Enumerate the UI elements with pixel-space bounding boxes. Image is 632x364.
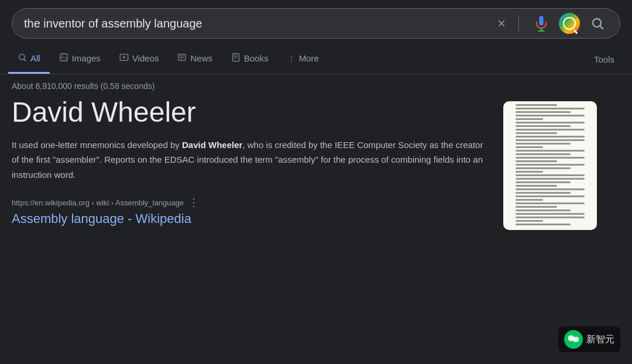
doc-line — [516, 206, 557, 208]
doc-line — [516, 111, 571, 113]
search-divider — [518, 15, 519, 32]
lens-button[interactable] — [559, 13, 580, 34]
featured-description: It used one-letter mnemonics developed b… — [12, 138, 492, 183]
svg-point-9 — [573, 337, 579, 342]
doc-line — [516, 164, 585, 166]
doc-line — [516, 160, 557, 162]
doc-line — [516, 104, 557, 106]
doc-line — [516, 150, 585, 152]
doc-line — [516, 199, 543, 201]
doc-line — [516, 122, 585, 123]
wechat-label: 新智元 — [586, 334, 614, 346]
wechat-logo — [564, 330, 583, 349]
mic-button[interactable] — [531, 13, 552, 34]
doc-line — [516, 118, 543, 120]
search-bar-wrapper — [0, 0, 632, 39]
main-content: David Wheeler It used one-letter mnemoni… — [0, 95, 632, 230]
doc-line — [516, 213, 585, 215]
more-tab-icon: ⋮ — [287, 54, 296, 63]
tab-videos-label: Videos — [132, 53, 159, 63]
thumbnail-panel — [503, 101, 597, 230]
search-bar — [12, 8, 620, 39]
doc-line — [516, 115, 585, 116]
svg-point-3 — [61, 56, 63, 57]
lens-icon-inner — [563, 17, 576, 30]
svg-rect-7 — [233, 53, 239, 61]
doc-line — [516, 108, 585, 109]
tab-all-label: All — [30, 53, 40, 63]
result-url-row: https://en.wikipedia.org › wiki › Assemb… — [12, 196, 492, 209]
wechat-watermark: 新智元 — [558, 327, 620, 352]
doc-line — [516, 188, 585, 190]
doc-preview — [512, 101, 588, 230]
doc-line — [516, 220, 543, 222]
tab-more-label: More — [299, 53, 319, 63]
tab-news-label: News — [190, 53, 212, 63]
images-tab-icon — [59, 53, 68, 64]
tab-videos[interactable]: Videos — [110, 44, 169, 74]
clear-button[interactable] — [496, 18, 507, 29]
tab-more[interactable]: ⋮ More — [278, 45, 328, 73]
search-submit-button[interactable] — [587, 13, 608, 34]
tab-all[interactable]: All — [8, 44, 50, 74]
doc-line — [516, 125, 571, 127]
featured-name: David Wheeler — [12, 95, 492, 129]
left-content: David Wheeler It used one-letter mnemoni… — [12, 95, 492, 230]
news-tab-icon — [177, 53, 187, 64]
doc-line — [516, 185, 557, 187]
result-title-link[interactable]: Assembly language - Wikipedia — [12, 211, 191, 226]
result-url-text: https://en.wikipedia.org › wiki › Assemb… — [12, 198, 184, 207]
search-tab-icon — [18, 53, 27, 64]
nav-tabs: All Images Videos News — [0, 44, 632, 74]
tab-images-label: Images — [72, 53, 101, 63]
doc-line — [516, 195, 585, 197]
search-input[interactable] — [24, 17, 489, 30]
doc-line — [516, 139, 585, 141]
doc-line — [516, 132, 557, 134]
featured-name-bold: David Wheeler — [182, 140, 242, 150]
tab-images[interactable]: Images — [50, 44, 110, 74]
tab-news[interactable]: News — [168, 44, 222, 74]
svg-rect-2 — [60, 54, 67, 61]
tab-books-label: Books — [244, 53, 269, 63]
svg-marker-5 — [123, 56, 126, 59]
result-options-button[interactable]: ⋮ — [188, 196, 199, 209]
doc-line — [516, 181, 571, 183]
doc-line — [516, 153, 571, 155]
doc-line — [516, 217, 585, 218]
doc-line — [516, 224, 571, 225]
tab-books[interactable]: Books — [222, 44, 278, 74]
doc-line — [516, 178, 585, 180]
lens-icon — [559, 13, 580, 34]
doc-line — [516, 143, 571, 145]
doc-line — [516, 167, 571, 169]
doc-line — [516, 171, 543, 173]
doc-line — [516, 157, 585, 159]
tools-button[interactable]: Tools — [585, 46, 624, 73]
doc-line — [516, 146, 543, 148]
thumbnail-image — [503, 101, 597, 230]
doc-line — [516, 192, 571, 194]
doc-line — [516, 210, 571, 211]
doc-line — [516, 129, 585, 131]
doc-line — [516, 136, 585, 138]
doc-line — [516, 174, 585, 176]
videos-tab-icon — [119, 53, 129, 64]
results-count: About 6,910,000 results (0.58 seconds) — [0, 74, 632, 95]
books-tab-icon — [231, 53, 241, 64]
doc-line — [516, 202, 585, 204]
